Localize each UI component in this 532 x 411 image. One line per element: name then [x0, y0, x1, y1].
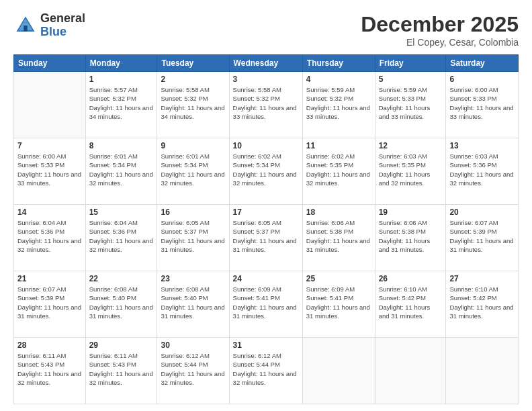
location-subtitle: El Copey, Cesar, Colombia: [361, 37, 519, 48]
day-cell: 1Sunrise: 5:57 AMSunset: 5:32 PMDaylight…: [85, 72, 157, 138]
weekday-header-monday: Monday: [85, 55, 157, 72]
day-cell: [375, 338, 446, 404]
day-cell: 13Sunrise: 6:03 AMSunset: 5:36 PMDayligh…: [446, 138, 519, 205]
day-number: 9: [161, 141, 225, 150]
day-cell: [14, 72, 86, 138]
day-info: Sunrise: 6:11 AMSunset: 5:43 PMDaylight:…: [17, 351, 82, 387]
weekday-header-saturday: Saturday: [446, 55, 519, 72]
day-number: 5: [379, 75, 443, 84]
day-number: 31: [233, 340, 299, 350]
day-cell: 22Sunrise: 6:08 AMSunset: 5:40 PMDayligh…: [85, 271, 157, 338]
day-number: 13: [449, 141, 515, 150]
weekday-header-friday: Friday: [375, 55, 446, 72]
day-number: 12: [379, 141, 443, 150]
day-cell: 24Sunrise: 6:09 AMSunset: 5:41 PMDayligh…: [229, 271, 302, 338]
day-number: 7: [17, 141, 82, 150]
day-info: Sunrise: 6:09 AMSunset: 5:41 PMDaylight:…: [233, 285, 299, 320]
svg-rect-2: [24, 26, 27, 32]
day-cell: 5Sunrise: 5:59 AMSunset: 5:33 PMDaylight…: [375, 72, 446, 138]
day-number: 3: [233, 75, 299, 84]
day-info: Sunrise: 6:01 AMSunset: 5:34 PMDaylight:…: [161, 152, 225, 187]
day-number: 19: [379, 208, 443, 217]
week-row-1: 1Sunrise: 5:57 AMSunset: 5:32 PMDaylight…: [14, 72, 519, 138]
day-info: Sunrise: 6:08 AMSunset: 5:40 PMDaylight:…: [89, 285, 154, 320]
day-info: Sunrise: 6:10 AMSunset: 5:42 PMDaylight:…: [449, 285, 515, 320]
day-cell: 6Sunrise: 6:00 AMSunset: 5:33 PMDaylight…: [446, 72, 519, 138]
day-number: 21: [17, 274, 82, 283]
day-info: Sunrise: 6:07 AMSunset: 5:39 PMDaylight:…: [17, 285, 82, 320]
day-cell: 28Sunrise: 6:11 AMSunset: 5:43 PMDayligh…: [14, 338, 86, 404]
day-info: Sunrise: 6:04 AMSunset: 5:36 PMDaylight:…: [17, 218, 82, 254]
day-info: Sunrise: 6:02 AMSunset: 5:35 PMDaylight:…: [306, 152, 371, 187]
day-info: Sunrise: 6:03 AMSunset: 5:36 PMDaylight:…: [449, 152, 515, 187]
week-row-3: 14Sunrise: 6:04 AMSunset: 5:36 PMDayligh…: [14, 205, 519, 271]
day-cell: 3Sunrise: 5:58 AMSunset: 5:32 PMDaylight…: [229, 72, 302, 138]
day-info: Sunrise: 6:05 AMSunset: 5:37 PMDaylight:…: [233, 218, 299, 254]
day-number: 18: [306, 208, 371, 217]
day-number: 29: [89, 340, 154, 350]
day-number: 16: [161, 208, 225, 217]
day-info: Sunrise: 6:05 AMSunset: 5:37 PMDaylight:…: [161, 218, 225, 254]
day-number: 4: [306, 75, 371, 84]
logo-icon: [13, 13, 38, 38]
day-number: 27: [449, 274, 515, 283]
day-cell: [446, 338, 519, 404]
day-number: 11: [306, 141, 371, 150]
day-info: Sunrise: 6:06 AMSunset: 5:38 PMDaylight:…: [306, 218, 371, 254]
day-cell: 12Sunrise: 6:03 AMSunset: 5:35 PMDayligh…: [375, 138, 446, 205]
day-info: Sunrise: 6:01 AMSunset: 5:34 PMDaylight:…: [89, 152, 154, 187]
logo-general-text: General: [40, 12, 85, 26]
day-number: 8: [89, 141, 154, 150]
title-block: December 2025 El Copey, Cesar, Colombia: [361, 12, 519, 48]
day-number: 6: [449, 75, 515, 84]
weekday-header-row: SundayMondayTuesdayWednesdayThursdayFrid…: [14, 55, 519, 72]
day-number: 30: [161, 340, 225, 350]
day-cell: 14Sunrise: 6:04 AMSunset: 5:36 PMDayligh…: [14, 205, 86, 271]
logo-text: General Blue: [40, 12, 85, 39]
day-number: 20: [449, 208, 515, 217]
day-info: Sunrise: 5:58 AMSunset: 5:32 PMDaylight:…: [233, 85, 299, 121]
day-info: Sunrise: 6:12 AMSunset: 5:44 PMDaylight:…: [233, 351, 299, 387]
day-info: Sunrise: 6:02 AMSunset: 5:34 PMDaylight:…: [233, 152, 299, 187]
header: General Blue December 2025 El Copey, Ces…: [13, 12, 519, 48]
day-cell: 11Sunrise: 6:02 AMSunset: 5:35 PMDayligh…: [302, 138, 375, 205]
day-info: Sunrise: 5:59 AMSunset: 5:32 PMDaylight:…: [306, 85, 371, 121]
day-cell: 18Sunrise: 6:06 AMSunset: 5:38 PMDayligh…: [302, 205, 375, 271]
logo: General Blue: [13, 12, 85, 39]
day-cell: 20Sunrise: 6:07 AMSunset: 5:39 PMDayligh…: [446, 205, 519, 271]
week-row-2: 7Sunrise: 6:00 AMSunset: 5:33 PMDaylight…: [14, 138, 519, 205]
day-info: Sunrise: 6:11 AMSunset: 5:43 PMDaylight:…: [89, 351, 154, 387]
day-info: Sunrise: 6:07 AMSunset: 5:39 PMDaylight:…: [449, 218, 515, 254]
day-cell: 17Sunrise: 6:05 AMSunset: 5:37 PMDayligh…: [229, 205, 302, 271]
month-title: December 2025: [361, 12, 519, 37]
logo-blue-text: Blue: [40, 26, 85, 39]
day-number: 10: [233, 141, 299, 150]
day-info: Sunrise: 6:12 AMSunset: 5:44 PMDaylight:…: [161, 351, 225, 387]
weekday-header-thursday: Thursday: [302, 55, 375, 72]
day-cell: 7Sunrise: 6:00 AMSunset: 5:33 PMDaylight…: [14, 138, 86, 205]
day-info: Sunrise: 6:00 AMSunset: 5:33 PMDaylight:…: [17, 152, 82, 187]
day-info: Sunrise: 6:08 AMSunset: 5:40 PMDaylight:…: [161, 285, 225, 320]
day-number: 23: [161, 274, 225, 283]
weekday-header-sunday: Sunday: [14, 55, 86, 72]
day-cell: 19Sunrise: 6:06 AMSunset: 5:38 PMDayligh…: [375, 205, 446, 271]
day-info: Sunrise: 5:57 AMSunset: 5:32 PMDaylight:…: [89, 85, 154, 121]
day-cell: 23Sunrise: 6:08 AMSunset: 5:40 PMDayligh…: [157, 271, 229, 338]
day-cell: 21Sunrise: 6:07 AMSunset: 5:39 PMDayligh…: [14, 271, 86, 338]
day-number: 1: [89, 75, 154, 84]
day-info: Sunrise: 6:00 AMSunset: 5:33 PMDaylight:…: [449, 85, 515, 121]
day-number: 2: [161, 75, 225, 84]
day-cell: 29Sunrise: 6:11 AMSunset: 5:43 PMDayligh…: [85, 338, 157, 404]
day-info: Sunrise: 6:09 AMSunset: 5:41 PMDaylight:…: [306, 285, 371, 320]
week-row-4: 21Sunrise: 6:07 AMSunset: 5:39 PMDayligh…: [14, 271, 519, 338]
week-row-5: 28Sunrise: 6:11 AMSunset: 5:43 PMDayligh…: [14, 338, 519, 404]
day-number: 15: [89, 208, 154, 217]
day-cell: 27Sunrise: 6:10 AMSunset: 5:42 PMDayligh…: [446, 271, 519, 338]
day-cell: 15Sunrise: 6:04 AMSunset: 5:36 PMDayligh…: [85, 205, 157, 271]
day-cell: 2Sunrise: 5:58 AMSunset: 5:32 PMDaylight…: [157, 72, 229, 138]
day-info: Sunrise: 6:04 AMSunset: 5:36 PMDaylight:…: [89, 218, 154, 254]
day-number: 26: [379, 274, 443, 283]
weekday-header-wednesday: Wednesday: [229, 55, 302, 72]
day-info: Sunrise: 5:58 AMSunset: 5:32 PMDaylight:…: [161, 85, 225, 121]
day-number: 25: [306, 274, 371, 283]
